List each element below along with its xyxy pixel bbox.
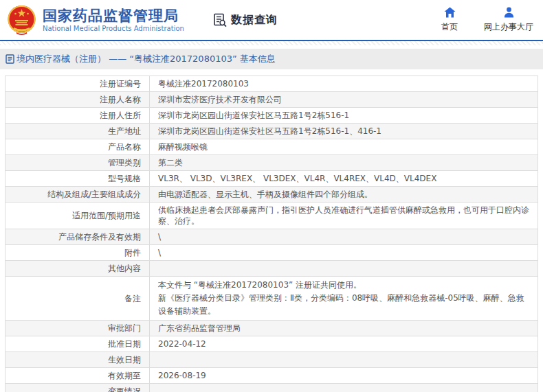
table-row: 生产地址 深圳市龙岗区园山街道保安社区马五路1号2栋516-1、416-1 bbox=[5, 124, 538, 139]
table-row: 其他内容 bbox=[5, 261, 538, 277]
row-value: 供临床挑起患者会厌部暴露声门，指引医护人员准确进行气道插管供麻醉或急救用，也可用… bbox=[150, 203, 538, 229]
table-row: 适用范围/预期用途 供临床挑起患者会厌部暴露声门，指引医护人员准确进行气道插管供… bbox=[5, 203, 538, 229]
table-row: 变更情况 bbox=[5, 384, 538, 392]
row-label: 其他内容 bbox=[5, 261, 150, 276]
row-value: 2026-08-19 bbox=[150, 368, 538, 383]
site-header: 国家药品监督管理局 National Medical Products Admi… bbox=[0, 0, 543, 41]
site-logo[interactable]: 国家药品监督管理局 National Medical Products Admi… bbox=[7, 5, 184, 36]
data-query-title: 数据查询 bbox=[213, 13, 278, 27]
row-value: 深圳市龙岗区园山街道保安社区马五路1号2栋516-1、416-1 bbox=[150, 124, 538, 139]
row-label: 审批部门 bbox=[5, 321, 150, 336]
table-row: 注册证编号 粤械注准20172080103 bbox=[5, 76, 538, 92]
national-emblem-icon bbox=[7, 5, 36, 36]
remarks-line-1: 本文件与 “粤械注准20172080103” 注册证共同使用。 bbox=[158, 279, 531, 292]
row-label: 管理类别 bbox=[5, 155, 150, 170]
row-label: 注册人住所 bbox=[5, 108, 150, 123]
row-label: 产品储存条件及有效期 bbox=[5, 229, 150, 244]
decorative-hatch-strip bbox=[0, 41, 543, 45]
nav-online-service-hall[interactable]: 网上办事大厅 bbox=[484, 7, 533, 33]
table-row: 生效日期 bbox=[5, 352, 538, 368]
row-label: 注册人名称 bbox=[5, 92, 150, 107]
row-value: 2022-04-12 bbox=[150, 336, 538, 351]
org-name-en: National Medical Products Administration bbox=[43, 24, 184, 33]
row-label: 适用范围/预期用途 bbox=[5, 203, 150, 229]
row-value: \ bbox=[150, 245, 538, 260]
row-value: 深圳市宏济医疗技术开发有限公司 bbox=[150, 92, 538, 107]
table-row: 附件 \ bbox=[5, 245, 538, 261]
row-label: 型号规格 bbox=[5, 171, 150, 186]
row-label: 注册证编号 bbox=[5, 76, 150, 91]
row-label: 批准日期 bbox=[5, 336, 150, 351]
remarks-line-2: 新《医疗器械分类目录》管理类别：Ⅱ类，分类编码：08呼吸、麻醉和急救器械-05呼… bbox=[158, 292, 531, 318]
row-label: 有效期至 bbox=[5, 368, 150, 383]
breadcrumb: 境内医疗器械（注册） —— “粤械注准20172080103” 基本信息 bbox=[0, 49, 543, 69]
registration-detail-table: 注册证编号 粤械注准20172080103 注册人名称 深圳市宏济医疗技术开发有… bbox=[5, 76, 538, 392]
row-value: 由电源适配器、显示主机、手柄及摄像组件四个部分组成。 bbox=[150, 187, 538, 202]
table-row: 产品名称 麻醉视频喉镜 bbox=[5, 139, 538, 155]
table-row: 审批部门 广东省药品监督管理局 bbox=[5, 321, 538, 336]
row-value: 本文件与 “粤械注准20172080103” 注册证共同使用。 新《医疗器械分类… bbox=[150, 277, 538, 320]
home-icon bbox=[444, 7, 456, 18]
document-search-icon bbox=[213, 13, 228, 27]
row-label: 生效日期 bbox=[5, 352, 150, 367]
breadcrumb-text: 境内医疗器械（注册） —— “粤械注准20172080103” 基本信息 bbox=[16, 53, 276, 65]
table-row: 有效期至 2026-08-19 bbox=[5, 368, 538, 384]
row-value bbox=[150, 389, 538, 392]
row-value bbox=[150, 266, 538, 270]
table-row: 管理类别 第二类 bbox=[5, 155, 538, 171]
row-value: 粤械注准20172080103 bbox=[150, 76, 538, 91]
row-label: 附件 bbox=[5, 245, 150, 260]
row-value: 麻醉视频喉镜 bbox=[150, 139, 538, 154]
org-name-cn: 国家药品监督管理局 bbox=[43, 8, 184, 24]
document-icon bbox=[5, 54, 14, 64]
row-value: 第二类 bbox=[150, 155, 538, 170]
row-label: 生产地址 bbox=[5, 124, 150, 139]
nav-online-service-hall-label: 网上办事大厅 bbox=[484, 21, 533, 33]
row-label: 备注 bbox=[5, 277, 150, 320]
page: 国家药品监督管理局 National Medical Products Admi… bbox=[0, 0, 543, 392]
row-value: \ bbox=[150, 229, 538, 244]
row-label: 变更情况 bbox=[5, 384, 150, 392]
nav-home[interactable]: 首页 bbox=[441, 7, 458, 33]
data-query-label: 数据查询 bbox=[231, 13, 278, 27]
person-icon bbox=[503, 7, 515, 18]
row-value: 广东省药品监督管理局 bbox=[150, 321, 538, 336]
nav-home-label: 首页 bbox=[441, 21, 458, 33]
row-label: 产品名称 bbox=[5, 139, 150, 154]
table-row: 型号规格 VL3R、 VL3D、VL3REX、 VL3DEX、VL4R、VL4R… bbox=[5, 171, 538, 187]
row-value: 深圳市龙岗区园山街道保安社区马五路1号2栋516-1 bbox=[150, 108, 538, 123]
row-value: VL3R、 VL3D、VL3REX、 VL3DEX、VL4R、VL4REX、VL… bbox=[150, 171, 538, 186]
row-value bbox=[150, 358, 538, 362]
table-row: 批准日期 2022-04-12 bbox=[5, 336, 538, 352]
table-row: 结构及组成/主要组成成分 由电源适配器、显示主机、手柄及摄像组件四个部分组成。 bbox=[5, 187, 538, 203]
table-row: 注册人住所 深圳市龙岗区园山街道保安社区马五路1号2栋516-1 bbox=[5, 108, 538, 124]
org-names: 国家药品监督管理局 National Medical Products Admi… bbox=[43, 8, 184, 33]
row-label: 结构及组成/主要组成成分 bbox=[5, 187, 150, 202]
table-row: 注册人名称 深圳市宏济医疗技术开发有限公司 bbox=[5, 92, 538, 108]
table-row-remarks: 备注 本文件与 “粤械注准20172080103” 注册证共同使用。 新《医疗器… bbox=[5, 277, 538, 321]
table-row: 产品储存条件及有效期 \ bbox=[5, 229, 538, 245]
